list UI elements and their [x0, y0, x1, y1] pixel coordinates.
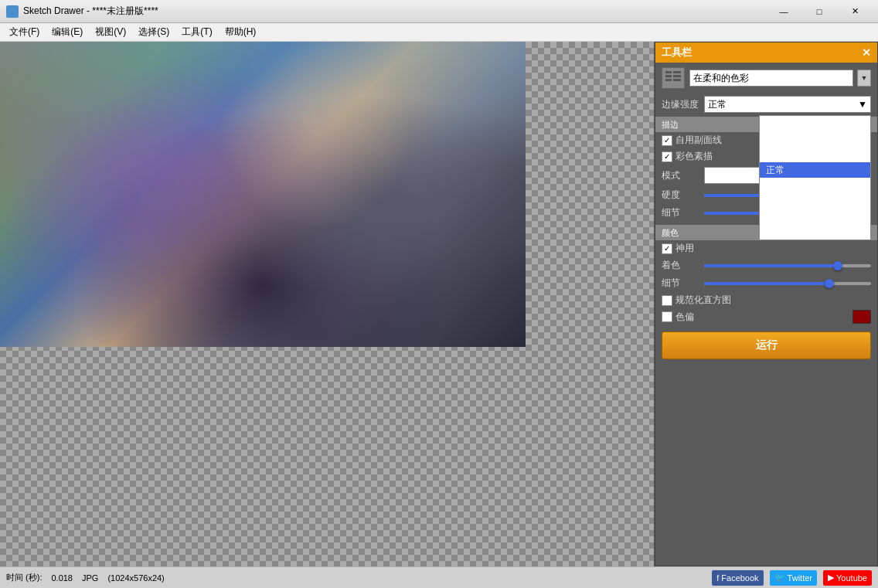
- edge-strength-row: 边缘强度 正常 ▼: [655, 93, 877, 115]
- color-detail-label: 细节: [662, 277, 704, 290]
- menu-select[interactable]: 选择(S): [132, 24, 175, 40]
- self-outline-checkbox[interactable]: [662, 135, 672, 146]
- edge-option-normal[interactable]: 正常: [760, 162, 870, 178]
- window-title: Sketch Drawer - ****未注册版****: [23, 5, 767, 18]
- status-dimensions: (1024x576x24): [107, 573, 164, 583]
- svg-rect-1: [673, 71, 681, 73]
- color-bias-row: 色偏: [655, 308, 877, 325]
- detail-label: 细节: [662, 206, 704, 219]
- youtube-button[interactable]: ▶ Youtube: [823, 570, 872, 586]
- edge-option-detail-info[interactable]: 像细信息: [760, 131, 870, 147]
- menu-bar: 文件(F) 编辑(E) 视图(V) 选择(S) 工具(T) 帮助(H): [0, 23, 878, 42]
- tinting-slider-fill: [704, 264, 838, 267]
- color-detail-fill: [704, 282, 829, 285]
- color-detail-thumb[interactable]: [825, 279, 834, 288]
- edge-dropdown-chevron: ▼: [858, 99, 867, 110]
- svg-rect-2: [665, 75, 672, 77]
- edge-strength-dropdown[interactable]: 正常 ▼: [704, 96, 871, 113]
- svg-rect-0: [665, 71, 672, 73]
- maximize-button[interactable]: □: [802, 3, 836, 20]
- facebook-icon: f: [716, 573, 719, 583]
- edge-option-contrast[interactable]: 对比: [760, 178, 870, 193]
- menu-file[interactable]: 文件(F): [3, 24, 46, 40]
- canvas-image: [0, 42, 526, 347]
- menu-tools[interactable]: 工具(T): [175, 24, 218, 40]
- edge-option-outline[interactable]: 轮廓: [760, 116, 870, 131]
- preset-row: 在柔和的色彩 ▼: [655, 63, 877, 93]
- edge-option-none[interactable]: 无: [760, 224, 870, 240]
- svg-rect-4: [665, 79, 672, 81]
- twitter-icon: 🐦: [774, 573, 785, 583]
- color-detail-slider-container[interactable]: [704, 282, 871, 285]
- minimize-button[interactable]: —: [767, 3, 801, 20]
- mode-label: 模式: [662, 169, 704, 182]
- window-controls: — □ ✕: [767, 3, 872, 20]
- toolbar-close-button[interactable]: ✕: [862, 46, 871, 59]
- youtube-icon: ▶: [828, 573, 834, 583]
- tinting-slider-container[interactable]: [704, 264, 871, 267]
- status-time-value: 0.018: [51, 573, 73, 583]
- edge-option-simple[interactable]: 简单: [760, 193, 870, 209]
- edge-strength-label: 边缘强度: [662, 98, 704, 111]
- hardness-label: 硬度: [662, 189, 704, 202]
- toolbar-panel: 工具栏 ✕ 在柔和的色彩 ▼: [655, 42, 878, 566]
- color-section-label: 颜色: [662, 227, 679, 239]
- edge-option-small-detail[interactable]: 小细节: [760, 147, 870, 162]
- useful-checkbox[interactable]: [662, 243, 672, 254]
- main-area: 工具栏 ✕ 在柔和的色彩 ▼: [0, 42, 878, 566]
- tinting-row: 着色: [655, 257, 877, 274]
- preset-dropdown[interactable]: 在柔和的色彩: [689, 70, 853, 87]
- menu-help[interactable]: 帮助(H): [219, 24, 263, 40]
- preset-dropdown-arrow: ▼: [857, 70, 871, 87]
- facebook-button[interactable]: f Facebook: [712, 570, 763, 586]
- edge-strength-value: 正常: [708, 98, 727, 111]
- useful-label: 神用: [676, 242, 694, 255]
- normalize-checkbox[interactable]: [662, 295, 672, 306]
- border-label: 描边: [662, 119, 679, 131]
- canvas-area[interactable]: [0, 42, 654, 566]
- run-button[interactable]: 运行: [662, 331, 871, 359]
- right-panel: 工具栏 ✕ 在柔和的色彩 ▼: [654, 42, 878, 566]
- color-bias-label: 色偏: [676, 311, 694, 324]
- edge-option-airy[interactable]: 通风: [760, 209, 870, 224]
- svg-rect-5: [673, 79, 681, 81]
- twitter-button[interactable]: 🐦 Twitter: [770, 570, 817, 586]
- title-bar: Sketch Drawer - ****未注册版**** — □ ✕: [0, 0, 878, 23]
- svg-rect-3: [673, 75, 681, 77]
- useful-row: 神用: [655, 240, 877, 257]
- edge-strength-control: 正常 ▼: [704, 96, 871, 113]
- toolbar-header: 工具栏 ✕: [655, 42, 877, 63]
- normalize-row: 规范化直方图: [655, 292, 877, 308]
- menu-edit[interactable]: 编辑(E): [46, 24, 89, 40]
- toolbar-title: 工具栏: [662, 46, 692, 59]
- normalize-label: 规范化直方图: [676, 294, 731, 307]
- status-bar: 时间 (秒): 0.018 JPG (1024x576x24) f Facebo…: [0, 566, 878, 588]
- menu-view[interactable]: 视图(V): [89, 24, 132, 40]
- status-time-label: 时间 (秒):: [6, 572, 42, 583]
- social-buttons: f Facebook 🐦 Twitter ▶ Youtube: [712, 570, 872, 586]
- color-outline-label: 彩色素描: [676, 150, 713, 163]
- edge-dropdown-list: 轮廓 像细信息 小细节 正常 对比 简单 通风 无: [759, 115, 871, 240]
- app-icon: [6, 5, 19, 18]
- tinting-label: 着色: [662, 259, 704, 272]
- status-format: JPG: [82, 573, 98, 583]
- color-detail-row: 细节: [655, 274, 877, 292]
- close-button[interactable]: ✕: [838, 3, 872, 20]
- color-bias-checkbox[interactable]: [662, 311, 672, 322]
- color-outline-checkbox[interactable]: [662, 151, 672, 162]
- color-bias-swatch[interactable]: [852, 310, 871, 324]
- preset-icon: [662, 67, 685, 89]
- tinting-slider-thumb[interactable]: [833, 261, 842, 270]
- self-outline-label: 自用副面线: [676, 134, 722, 147]
